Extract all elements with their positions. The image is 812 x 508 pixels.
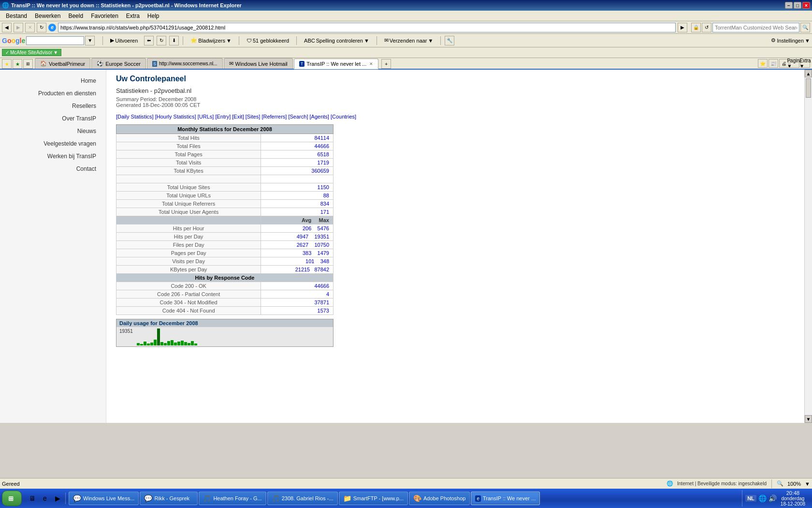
gabriel-label: 2308. Gabriel Rios -... bbox=[282, 495, 334, 501]
show-desktop-button[interactable]: 🖥 bbox=[27, 493, 38, 504]
link-countries[interactable]: [Countries] bbox=[331, 114, 356, 120]
instellingen-button[interactable]: ⚙ Instellingen ▼ bbox=[771, 37, 810, 44]
tab-close-icon[interactable]: ✕ bbox=[369, 61, 373, 66]
sidebar-item-resellers[interactable]: Resellers bbox=[0, 100, 106, 112]
tabs-icon[interactable]: ⊞ bbox=[23, 59, 33, 69]
volume-tray-icon: 🔊 bbox=[768, 494, 777, 502]
sidebar-item-vragen[interactable]: Veelgestelde vragen bbox=[0, 137, 106, 150]
menu-help[interactable]: Help bbox=[144, 12, 163, 20]
tab-voetbalprimeur[interactable]: 🏠 VoetbalPrimeur bbox=[35, 58, 90, 69]
taskbar-item-heathen[interactable]: 🎵 Heathen Foray - G... bbox=[199, 492, 266, 505]
scroll-track[interactable] bbox=[805, 77, 812, 415]
taskbar-item-transip[interactable]: e TransIP :: We never ... bbox=[471, 492, 540, 505]
stop-button[interactable]: ✕ bbox=[25, 23, 35, 32]
search-button[interactable]: 🔍 bbox=[800, 23, 810, 32]
uitvoeren-button[interactable]: ▶ Uitvoeren bbox=[107, 36, 141, 45]
back-button[interactable]: ◀ bbox=[2, 23, 12, 32]
scroll-thumb[interactable] bbox=[806, 78, 811, 98]
ie-quicklaunch-button[interactable]: e bbox=[39, 493, 51, 504]
link-hourly[interactable]: [Hourly Statistics] bbox=[155, 114, 196, 120]
start-button[interactable]: ⊞ bbox=[2, 491, 22, 506]
bladwijzers-button[interactable]: ⭐ Bladwijzers ▼ bbox=[187, 36, 235, 45]
zoom-dropdown[interactable]: ▼ bbox=[805, 481, 810, 487]
spelling-button[interactable]: ABC Spelling controleren ▼ bbox=[301, 36, 373, 45]
menu-favorieten[interactable]: Favorieten bbox=[87, 12, 122, 20]
stat-label: Total Hits bbox=[116, 134, 261, 142]
link-search[interactable]: [Search] bbox=[288, 114, 308, 120]
sidebar-item-contact[interactable]: Contact bbox=[0, 163, 106, 175]
scroll-down[interactable]: ▼ bbox=[805, 415, 812, 423]
link-daily[interactable]: [Daily Statistics] bbox=[116, 114, 154, 120]
tab-favicon-0: 🏠 bbox=[40, 60, 47, 67]
link-referrers[interactable]: [Referrers] bbox=[261, 114, 287, 120]
menu-beeld[interactable]: Beeld bbox=[64, 12, 87, 20]
sidebar-item-werken[interactable]: Werken bij TransIP bbox=[0, 150, 106, 163]
verzenden-button[interactable]: ✉ Verzenden naar ▼ bbox=[381, 36, 437, 45]
toolbar-nav-1[interactable]: ⬅ bbox=[144, 36, 154, 45]
search-input[interactable] bbox=[712, 23, 799, 32]
tab-feeds-icon[interactable]: 📰 bbox=[768, 59, 778, 68]
link-exit[interactable]: [Exit] bbox=[232, 114, 244, 120]
title-bar-text: 🌐 TransIP :: We never let you down :: St… bbox=[2, 2, 242, 9]
uitvoeren-icon: ▶ bbox=[110, 37, 114, 44]
messenger-icon: 💬 bbox=[73, 494, 81, 502]
link-agents[interactable]: [Agents] bbox=[310, 114, 329, 120]
tab-history-icon[interactable]: ⭐ bbox=[758, 59, 768, 68]
maximize-button[interactable]: □ bbox=[794, 2, 801, 9]
taskbar-item-rikk[interactable]: 💬 Rikk - Gesprek bbox=[140, 492, 198, 505]
link-sites[interactable]: [Sites] bbox=[246, 114, 261, 120]
close-button[interactable]: × bbox=[802, 2, 810, 9]
chart-bar bbox=[194, 344, 197, 345]
forward-button[interactable]: ▶ bbox=[14, 23, 23, 32]
minimize-button[interactable]: − bbox=[785, 2, 793, 9]
system-clock[interactable]: 20:48 donderdag 18-12-2008 bbox=[779, 490, 807, 507]
add-favorite-icon[interactable]: ★ bbox=[13, 59, 22, 69]
taskbar-item-smartftp[interactable]: 📁 SmartFTP - [www.p... bbox=[339, 492, 408, 505]
menu-extra[interactable]: Extra bbox=[122, 12, 144, 20]
stat-value: 834 bbox=[261, 200, 334, 208]
link-urls[interactable]: [URLs] bbox=[198, 114, 214, 120]
sidebar-item-over[interactable]: Over TransIP bbox=[0, 112, 106, 125]
tab-soccernews[interactable]: S http://www.soccernews.nl... bbox=[147, 58, 223, 69]
table-row: Files per Day 2627 10750 bbox=[116, 241, 334, 249]
windows-icon: ⊞ bbox=[8, 495, 14, 502]
sidebar-item-producten[interactable]: Producten en diensten bbox=[0, 87, 106, 100]
toolbar-nav-2[interactable]: ↻ bbox=[157, 36, 166, 45]
sidebar-item-home[interactable]: Home bbox=[0, 75, 106, 87]
tab-hotmail[interactable]: ✉ Windows Live Hotmail bbox=[224, 58, 293, 69]
taskbar-item-gabriel[interactable]: 🎵 2308. Gabriel Rios -... bbox=[267, 492, 338, 505]
google-search-input[interactable] bbox=[26, 36, 84, 45]
media-player-button[interactable]: ▶ bbox=[52, 493, 63, 504]
menu-bestand[interactable]: Bestand bbox=[2, 12, 31, 20]
monthly-stats-table: Monthly Statistics for December 2008 Tot… bbox=[116, 124, 334, 315]
go-button[interactable]: ▶ bbox=[678, 23, 687, 32]
new-tab-button[interactable]: + bbox=[381, 59, 391, 69]
stat-label: Total Unique URLs bbox=[116, 192, 261, 200]
stat-value: 360659 bbox=[261, 167, 334, 175]
chart-bar bbox=[147, 344, 150, 345]
link-entry[interactable]: [Entry] bbox=[215, 114, 231, 120]
taskbar-item-messenger[interactable]: 💬 Windows Live Mess... bbox=[69, 492, 139, 505]
taskbar-item-photoshop[interactable]: 🎨 Adobe Photoshop bbox=[409, 492, 470, 505]
google-dropdown[interactable]: ▼ bbox=[85, 36, 95, 45]
scroll-up[interactable]: ▲ bbox=[805, 70, 812, 77]
tab-page-menu[interactable]: Pagina ▼ bbox=[790, 59, 799, 68]
language-indicator[interactable]: NL bbox=[745, 495, 756, 502]
menu-bewerken[interactable]: Bewerken bbox=[31, 12, 64, 20]
toolbar-extra-btn[interactable]: 🔧 bbox=[445, 36, 454, 45]
scrollbar[interactable]: ▲ ▼ bbox=[804, 70, 812, 423]
mcafee-button[interactable]: ✓ McAfee SiteAdvisor ▼ bbox=[2, 49, 61, 56]
refresh-button[interactable]: ↻ bbox=[37, 23, 46, 32]
geblokkeerd-icon: 🛡 bbox=[246, 38, 252, 44]
reload-icon[interactable]: ↺ bbox=[702, 23, 711, 32]
tab-europe-soccer[interactable]: ⚽ Europe Soccer bbox=[91, 58, 146, 69]
table-header-row: Monthly Statistics for December 2008 bbox=[116, 125, 334, 134]
geblokkeerd-button[interactable]: 🛡 51 geblokkeerd bbox=[243, 36, 292, 45]
tab-tools-menu[interactable]: Extra ▼ bbox=[800, 59, 810, 68]
chart-bar bbox=[140, 344, 143, 345]
tab-transip[interactable]: T TransIP :: We never let ... ✕ bbox=[294, 59, 378, 69]
address-input[interactable] bbox=[58, 23, 676, 32]
favorites-star-icon[interactable]: ★ bbox=[2, 59, 12, 69]
toolbar-nav-3[interactable]: ⬇ bbox=[169, 36, 179, 45]
sidebar-item-nieuws[interactable]: Nieuws bbox=[0, 125, 106, 137]
